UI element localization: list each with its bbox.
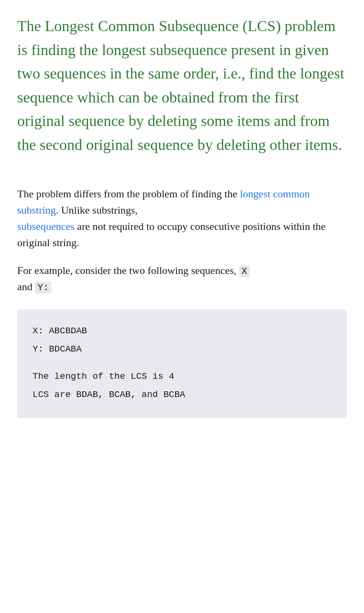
code-line-2: Y: BDCABA <box>33 341 331 357</box>
subsequences-link[interactable]: subsequences <box>17 220 75 232</box>
section1-line1: The problem differs from the problem of … <box>17 188 237 200</box>
section2-paragraph: For example, consider the two following … <box>17 262 347 295</box>
code-block: X: ABCBDAB Y: BDCABA The length of the L… <box>17 309 347 418</box>
code-spacer <box>33 360 331 368</box>
section2-line1: For example, consider the two following … <box>17 264 236 276</box>
section1-paragraph: The problem differs from the problem of … <box>17 186 347 251</box>
intro-paragraph: The Longest Common Subsequence (LCS) pro… <box>17 14 347 157</box>
section2-line2: and <box>17 281 33 293</box>
code-line-1: X: ABCBDAB <box>33 323 331 339</box>
y-code-inline: Y: <box>35 282 51 294</box>
code-line-3: The length of the LCS is 4 <box>33 368 331 385</box>
x-code-inline: X <box>239 265 250 277</box>
section1-line2: . Unlike substrings, <box>56 204 138 216</box>
code-line-4: LCS are BDAB, BCAB, and BCBA <box>33 386 331 403</box>
